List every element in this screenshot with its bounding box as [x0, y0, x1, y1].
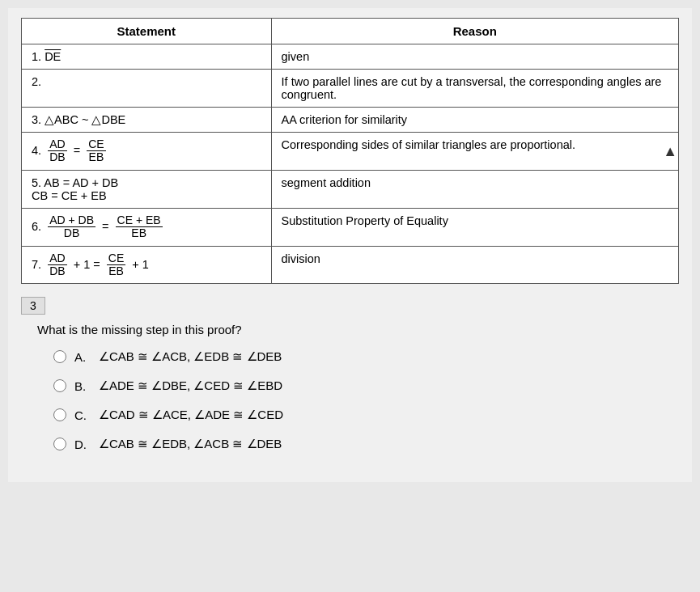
reason-header: Reason	[271, 19, 678, 44]
option-d-text: ∠CAB ≅ ∠EDB, ∠ACB ≅ ∠DEB	[99, 437, 282, 451]
row-number-badge: 3	[21, 297, 45, 315]
fraction-ad-db: AD DB	[48, 138, 66, 164]
option-c-letter: C.	[74, 408, 91, 422]
table-row: 1. DE given	[22, 44, 679, 70]
main-container: Statement Reason 1. DE given 2. If two p…	[8, 8, 692, 482]
proof-table: Statement Reason 1. DE given 2. If two p…	[21, 18, 679, 284]
reason-cell: given	[271, 44, 678, 70]
reason-cell: If two parallel lines are cut by a trans…	[271, 70, 678, 108]
option-c-radio[interactable]	[53, 408, 66, 421]
fraction-ce-eb2: CE EB	[107, 252, 125, 278]
option-b-row: B. ∠ADE ≅ ∠DBE, ∠CED ≅ ∠EBD	[53, 378, 679, 393]
reason-cell: segment addition	[271, 170, 678, 208]
reason-cell: Substitution Property of Equality	[271, 208, 678, 246]
table-row: 2. If two parallel lines are cut by a tr…	[22, 70, 679, 108]
option-a-text: ∠CAB ≅ ∠ACB, ∠EDB ≅ ∠DEB	[99, 349, 282, 364]
option-a-row: A. ∠CAB ≅ ∠ACB, ∠EDB ≅ ∠DEB	[53, 349, 679, 364]
overline-de: DE	[45, 50, 61, 63]
reason-cell: AA criterion for similarity	[271, 108, 678, 133]
reason-cell: division	[271, 246, 678, 284]
option-d-radio[interactable]	[53, 438, 66, 450]
option-a-radio[interactable]	[53, 350, 66, 363]
option-c-text: ∠CAD ≅ ∠ACE, ∠ADE ≅ ∠CED	[99, 408, 283, 422]
table-row: 7. AD DB + 1 = CE EB + 1 division	[22, 246, 679, 284]
option-b-text: ∠ADE ≅ ∠DBE, ∠CED ≅ ∠EBD	[99, 378, 282, 393]
fraction-ce-eb: CE EB	[87, 138, 105, 164]
option-b-letter: B.	[74, 379, 91, 393]
option-c-row: C. ∠CAD ≅ ∠ACE, ∠ADE ≅ ∠CED	[53, 408, 679, 422]
question-text: What is the missing step in this proof?	[37, 323, 679, 336]
statement-cell: 6. AD + DB DB = CE + EB EB	[22, 208, 272, 246]
statement-cell: 3. △ABC ~ △DBE	[22, 108, 272, 133]
statement-cell: 1. DE	[22, 44, 272, 70]
statement-header: Statement	[22, 19, 272, 44]
option-b-radio[interactable]	[53, 379, 66, 392]
option-d-row: D. ∠CAB ≅ ∠EDB, ∠ACB ≅ ∠DEB	[53, 437, 679, 451]
table-row: 5. AB = AD + DBCB = CE + EB segment addi…	[22, 170, 679, 208]
option-d-letter: D.	[74, 438, 91, 451]
statement-cell: 5. AB = AD + DBCB = CE + EB	[22, 170, 272, 208]
reason-cell: Corresponding sides of similar triangles…	[271, 133, 678, 171]
table-row: 3. △ABC ~ △DBE AA criterion for similari…	[22, 108, 679, 133]
fraction-ad-db2: AD DB	[48, 252, 66, 278]
table-row: 4. AD DB = CE EB Corresponding sides of …	[22, 133, 679, 171]
statement-cell: 2.	[22, 70, 272, 108]
fraction-ceeb-eb: CE + EB EB	[116, 214, 163, 240]
statement-cell: 7. AD DB + 1 = CE EB + 1	[22, 246, 272, 284]
option-a-letter: A.	[74, 350, 91, 364]
statement-cell: 4. AD DB = CE EB	[22, 133, 272, 171]
table-row: 6. AD + DB DB = CE + EB EB Substitution …	[22, 208, 679, 246]
options-list: A. ∠CAB ≅ ∠ACB, ∠EDB ≅ ∠DEB B. ∠ADE ≅ ∠D…	[53, 349, 679, 451]
scroll-arrow-icon[interactable]: ▲	[663, 142, 677, 159]
proof-table-wrapper: Statement Reason 1. DE given 2. If two p…	[21, 18, 679, 284]
fraction-addb-db: AD + DB DB	[48, 214, 95, 240]
